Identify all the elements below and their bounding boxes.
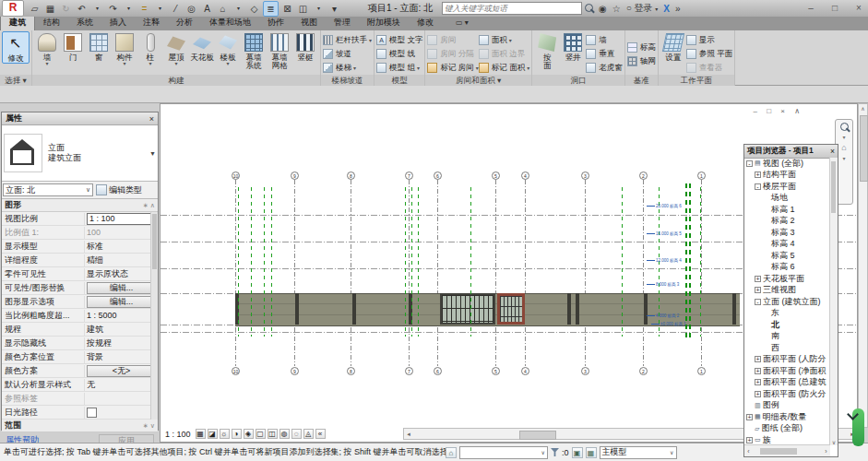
button-栏杆扶手[interactable]: 栏杆扶手▾ <box>323 33 372 47</box>
tree-item-图例[interactable]: ▥图例 <box>744 400 830 412</box>
tree-item-天花板平面[interactable]: +天花板平面 <box>744 273 830 285</box>
tag-icon[interactable]: ◎ <box>184 2 198 16</box>
reveal-hidden-elements-icon[interactable]: ◌ <box>291 429 302 439</box>
exchange-apps-icon[interactable]: X <box>663 4 670 14</box>
steering-wheel-icon[interactable]: ⌂ <box>841 143 846 152</box>
wheel-menu-arrow[interactable]: ▾ <box>842 155 845 161</box>
default-3d-view-icon[interactable]: ⌂ <box>216 2 230 16</box>
property-value[interactable]: 精细 <box>87 255 103 265</box>
section-graphics[interactable]: 图形∗ ∧ <box>2 199 158 212</box>
sun-path-checkbox[interactable] <box>87 408 97 418</box>
button-模型组[interactable]: 模型 组▾ <box>376 61 422 75</box>
tree-expander-icon[interactable]: + <box>755 391 761 397</box>
button-显示[interactable]: 显示 <box>686 33 732 47</box>
property-value[interactable]: 1 : 5000 <box>87 311 117 320</box>
button-轴网[interactable]: 轴网 <box>627 54 656 68</box>
property-edit-button[interactable]: 编辑... <box>87 282 156 294</box>
minimize-button[interactable]: – <box>805 0 816 16</box>
tree-expander-icon[interactable]: - <box>755 183 761 190</box>
button-楼板[interactable]: 楼板▾ <box>215 31 241 66</box>
tree-item-面积平面人防分[interactable]: +面积平面 (人防分 <box>744 354 830 366</box>
tab-结构[interactable]: 结构 <box>35 16 68 30</box>
shadows-icon[interactable]: ◑ <box>232 429 242 439</box>
section-icon[interactable]: ◇ <box>247 2 261 16</box>
tab-视图[interactable]: 视图 <box>292 16 326 30</box>
button-柱[interactable]: 柱▾ <box>137 31 163 66</box>
panel-label[interactable]: 楼梯坡道 <box>321 75 374 86</box>
crop-view-icon[interactable]: ▢ <box>256 429 266 439</box>
project-browser-header[interactable]: 项目浏览器 - 项目1 × <box>744 145 838 159</box>
button-设置[interactable]: 设置 <box>660 31 686 62</box>
tree-item-场地[interactable]: 场地 <box>744 193 830 205</box>
property-value[interactable]: 显示原状态 <box>87 269 128 278</box>
tree-expander-icon[interactable]: + <box>755 356 761 362</box>
tree-expander-icon[interactable]: + <box>755 379 761 385</box>
property-edit-button[interactable]: <无> <box>87 365 156 377</box>
tree-expander-icon[interactable]: + <box>746 437 753 443</box>
default-3d-view-dropdown-arrow[interactable]: ▾ <box>232 2 245 16</box>
infocenter-more-icon[interactable]: » <box>675 4 681 14</box>
button-墙[interactable]: 墙 <box>586 33 623 47</box>
button-门[interactable]: 门 <box>60 31 86 62</box>
button-标记房间[interactable]: 标记 房间▾ <box>427 61 478 75</box>
tree-expander-icon[interactable]: + <box>755 276 761 282</box>
button-模型线[interactable]: 模型 线 <box>376 47 422 61</box>
tab-系统[interactable]: 系统 <box>68 16 101 30</box>
tree-expander-icon[interactable]: + <box>755 368 761 374</box>
view-window-controls[interactable]: – □ × ∧ <box>754 107 803 115</box>
property-value[interactable]: 背景 <box>87 352 103 361</box>
tree-item-标高6[interactable]: 标高 6 <box>744 262 830 274</box>
select-toggle-icon[interactable]: ▣ <box>572 447 583 458</box>
tree-item-北[interactable]: 北 <box>744 319 830 331</box>
browser-scroll-down-icon[interactable]: ∨ <box>830 439 838 445</box>
rendering-dialog-icon[interactable]: ◈ <box>244 429 254 439</box>
tab-修改[interactable]: 修改 <box>409 16 442 30</box>
favorites-icon[interactable]: ☆ <box>612 4 621 14</box>
panel-label[interactable]: 工作平面 <box>659 75 734 86</box>
temporary-hide-isolate-icon[interactable]: ◍ <box>279 429 290 439</box>
zoom-menu-arrow[interactable]: ▾ <box>842 134 845 140</box>
tree-expander-icon[interactable]: - <box>746 160 753 167</box>
customize-qat-icon[interactable]: ▾ <box>327 2 341 16</box>
vertical-scrollbar[interactable]: ∧ ∨ <box>858 103 868 428</box>
tree-item-结构平面[interactable]: +结构平面 <box>744 170 830 182</box>
panel-label[interactable]: 选择 ▾ <box>0 75 31 86</box>
tab-协作[interactable]: 协作 <box>259 16 292 30</box>
temporary-view-properties-icon[interactable]: ◬ <box>303 429 314 439</box>
undo-icon[interactable]: ↶ <box>75 2 89 16</box>
aligned-dimension-icon[interactable]: ⁄ <box>169 2 183 16</box>
sync-icon[interactable]: ↻ <box>59 2 73 16</box>
button-窗[interactable]: 窗 <box>86 31 112 62</box>
tree-item-标高4[interactable]: 标高 4 <box>744 239 830 251</box>
tree-item-面积平面总建筑[interactable]: +面积平面 (总建筑 <box>744 377 830 389</box>
text-icon[interactable]: A <box>200 2 214 16</box>
button-幕墙网格[interactable]: 幕墙 网格 <box>267 31 292 70</box>
tree-item-南[interactable]: 南 <box>744 331 830 343</box>
restore-button[interactable]: □ <box>829 0 840 16</box>
search-input[interactable] <box>442 2 582 15</box>
scale-control[interactable]: 1 : 100 <box>165 430 191 439</box>
tab-建筑[interactable]: 建筑 <box>0 15 35 30</box>
property-input[interactable]: 1 : 100 <box>87 213 156 225</box>
measure-icon[interactable]: = <box>137 2 151 16</box>
button-垂直[interactable]: 垂直 <box>586 47 623 61</box>
ribbon-state-toggle[interactable]: ▭ ▾ <box>447 16 477 30</box>
design-option-dropdown[interactable]: 主模型∨ <box>600 446 677 459</box>
browser-vertical-scrollbar[interactable]: ∨ <box>829 158 838 445</box>
property-value[interactable]: 100 <box>87 228 101 237</box>
revit-app-button[interactable]: R <box>2 0 24 17</box>
property-value[interactable]: 按规程 <box>87 338 112 348</box>
redo-icon[interactable]: ↷ <box>106 2 120 16</box>
design-options-icon[interactable]: ▦ <box>586 447 597 458</box>
tree-expander-icon[interactable]: + <box>746 414 753 420</box>
show-constraints-icon[interactable]: « <box>315 429 326 439</box>
property-edit-button[interactable]: 编辑... <box>87 296 156 308</box>
type-selector-arrow-icon[interactable]: ▼ <box>149 150 156 157</box>
save-icon[interactable]: ▦ <box>43 2 57 16</box>
tree-item-面积平面净面积[interactable]: +面积平面 (净面积 <box>744 365 830 377</box>
tab-分析[interactable]: 分析 <box>168 16 201 30</box>
properties-scroll-thumb[interactable] <box>152 214 157 269</box>
tree-expander-icon[interactable]: - <box>755 299 761 305</box>
property-value[interactable]: 无 <box>87 380 95 389</box>
tree-item-楼层平面[interactable]: -楼层平面 <box>744 181 830 193</box>
